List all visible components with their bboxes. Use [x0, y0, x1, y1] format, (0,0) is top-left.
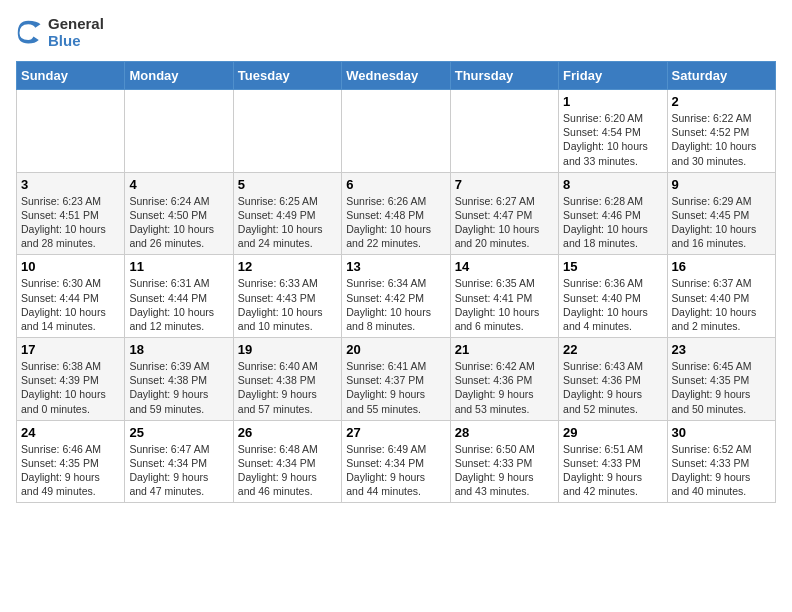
calendar-cell: 10Sunrise: 6:30 AM Sunset: 4:44 PM Dayli…: [17, 255, 125, 338]
day-number: 17: [21, 342, 120, 357]
day-info: Sunrise: 6:38 AM Sunset: 4:39 PM Dayligh…: [21, 359, 120, 416]
day-info: Sunrise: 6:28 AM Sunset: 4:46 PM Dayligh…: [563, 194, 662, 251]
day-header-saturday: Saturday: [667, 62, 775, 90]
day-number: 7: [455, 177, 554, 192]
logo-icon: [16, 19, 44, 47]
day-number: 19: [238, 342, 337, 357]
day-number: 11: [129, 259, 228, 274]
day-info: Sunrise: 6:43 AM Sunset: 4:36 PM Dayligh…: [563, 359, 662, 416]
day-info: Sunrise: 6:31 AM Sunset: 4:44 PM Dayligh…: [129, 276, 228, 333]
calendar-cell: 27Sunrise: 6:49 AM Sunset: 4:34 PM Dayli…: [342, 420, 450, 503]
day-number: 27: [346, 425, 445, 440]
day-number: 29: [563, 425, 662, 440]
day-info: Sunrise: 6:27 AM Sunset: 4:47 PM Dayligh…: [455, 194, 554, 251]
calendar-cell: 28Sunrise: 6:50 AM Sunset: 4:33 PM Dayli…: [450, 420, 558, 503]
day-info: Sunrise: 6:37 AM Sunset: 4:40 PM Dayligh…: [672, 276, 771, 333]
calendar-cell: 15Sunrise: 6:36 AM Sunset: 4:40 PM Dayli…: [559, 255, 667, 338]
day-info: Sunrise: 6:41 AM Sunset: 4:37 PM Dayligh…: [346, 359, 445, 416]
day-number: 30: [672, 425, 771, 440]
calendar-cell: 29Sunrise: 6:51 AM Sunset: 4:33 PM Dayli…: [559, 420, 667, 503]
day-header-tuesday: Tuesday: [233, 62, 341, 90]
day-number: 4: [129, 177, 228, 192]
day-header-wednesday: Wednesday: [342, 62, 450, 90]
day-number: 23: [672, 342, 771, 357]
calendar-cell: [233, 90, 341, 173]
calendar-cell: 13Sunrise: 6:34 AM Sunset: 4:42 PM Dayli…: [342, 255, 450, 338]
day-info: Sunrise: 6:30 AM Sunset: 4:44 PM Dayligh…: [21, 276, 120, 333]
day-info: Sunrise: 6:40 AM Sunset: 4:38 PM Dayligh…: [238, 359, 337, 416]
calendar-cell: 9Sunrise: 6:29 AM Sunset: 4:45 PM Daylig…: [667, 172, 775, 255]
day-number: 20: [346, 342, 445, 357]
calendar-cell: 24Sunrise: 6:46 AM Sunset: 4:35 PM Dayli…: [17, 420, 125, 503]
day-number: 24: [21, 425, 120, 440]
day-info: Sunrise: 6:50 AM Sunset: 4:33 PM Dayligh…: [455, 442, 554, 499]
day-info: Sunrise: 6:51 AM Sunset: 4:33 PM Dayligh…: [563, 442, 662, 499]
day-header-friday: Friday: [559, 62, 667, 90]
calendar-header-row: SundayMondayTuesdayWednesdayThursdayFrid…: [17, 62, 776, 90]
calendar-cell: 1Sunrise: 6:20 AM Sunset: 4:54 PM Daylig…: [559, 90, 667, 173]
day-info: Sunrise: 6:45 AM Sunset: 4:35 PM Dayligh…: [672, 359, 771, 416]
day-number: 6: [346, 177, 445, 192]
calendar-cell: 4Sunrise: 6:24 AM Sunset: 4:50 PM Daylig…: [125, 172, 233, 255]
day-info: Sunrise: 6:33 AM Sunset: 4:43 PM Dayligh…: [238, 276, 337, 333]
logo-text: General Blue: [48, 16, 104, 49]
calendar-cell: 23Sunrise: 6:45 AM Sunset: 4:35 PM Dayli…: [667, 338, 775, 421]
calendar-week-1: 3Sunrise: 6:23 AM Sunset: 4:51 PM Daylig…: [17, 172, 776, 255]
day-info: Sunrise: 6:35 AM Sunset: 4:41 PM Dayligh…: [455, 276, 554, 333]
calendar-cell: [17, 90, 125, 173]
day-info: Sunrise: 6:25 AM Sunset: 4:49 PM Dayligh…: [238, 194, 337, 251]
calendar-cell: 8Sunrise: 6:28 AM Sunset: 4:46 PM Daylig…: [559, 172, 667, 255]
calendar-cell: 21Sunrise: 6:42 AM Sunset: 4:36 PM Dayli…: [450, 338, 558, 421]
calendar-cell: 30Sunrise: 6:52 AM Sunset: 4:33 PM Dayli…: [667, 420, 775, 503]
calendar-cell: [342, 90, 450, 173]
day-number: 12: [238, 259, 337, 274]
day-info: Sunrise: 6:46 AM Sunset: 4:35 PM Dayligh…: [21, 442, 120, 499]
calendar-cell: 16Sunrise: 6:37 AM Sunset: 4:40 PM Dayli…: [667, 255, 775, 338]
day-number: 21: [455, 342, 554, 357]
calendar-cell: 5Sunrise: 6:25 AM Sunset: 4:49 PM Daylig…: [233, 172, 341, 255]
calendar-cell: [125, 90, 233, 173]
calendar-cell: 6Sunrise: 6:26 AM Sunset: 4:48 PM Daylig…: [342, 172, 450, 255]
day-number: 28: [455, 425, 554, 440]
day-info: Sunrise: 6:48 AM Sunset: 4:34 PM Dayligh…: [238, 442, 337, 499]
day-header-monday: Monday: [125, 62, 233, 90]
calendar-cell: 14Sunrise: 6:35 AM Sunset: 4:41 PM Dayli…: [450, 255, 558, 338]
calendar-cell: 3Sunrise: 6:23 AM Sunset: 4:51 PM Daylig…: [17, 172, 125, 255]
calendar-cell: 11Sunrise: 6:31 AM Sunset: 4:44 PM Dayli…: [125, 255, 233, 338]
calendar-table: SundayMondayTuesdayWednesdayThursdayFrid…: [16, 61, 776, 503]
calendar-week-3: 17Sunrise: 6:38 AM Sunset: 4:39 PM Dayli…: [17, 338, 776, 421]
page-header: General Blue: [16, 16, 776, 49]
calendar-cell: 25Sunrise: 6:47 AM Sunset: 4:34 PM Dayli…: [125, 420, 233, 503]
day-info: Sunrise: 6:24 AM Sunset: 4:50 PM Dayligh…: [129, 194, 228, 251]
calendar-cell: [450, 90, 558, 173]
calendar-cell: 26Sunrise: 6:48 AM Sunset: 4:34 PM Dayli…: [233, 420, 341, 503]
day-number: 26: [238, 425, 337, 440]
calendar-week-2: 10Sunrise: 6:30 AM Sunset: 4:44 PM Dayli…: [17, 255, 776, 338]
calendar-cell: 20Sunrise: 6:41 AM Sunset: 4:37 PM Dayli…: [342, 338, 450, 421]
day-info: Sunrise: 6:49 AM Sunset: 4:34 PM Dayligh…: [346, 442, 445, 499]
day-info: Sunrise: 6:29 AM Sunset: 4:45 PM Dayligh…: [672, 194, 771, 251]
calendar-cell: 18Sunrise: 6:39 AM Sunset: 4:38 PM Dayli…: [125, 338, 233, 421]
day-header-sunday: Sunday: [17, 62, 125, 90]
calendar-cell: 19Sunrise: 6:40 AM Sunset: 4:38 PM Dayli…: [233, 338, 341, 421]
day-number: 8: [563, 177, 662, 192]
calendar-week-4: 24Sunrise: 6:46 AM Sunset: 4:35 PM Dayli…: [17, 420, 776, 503]
day-info: Sunrise: 6:26 AM Sunset: 4:48 PM Dayligh…: [346, 194, 445, 251]
day-number: 18: [129, 342, 228, 357]
day-info: Sunrise: 6:20 AM Sunset: 4:54 PM Dayligh…: [563, 111, 662, 168]
day-info: Sunrise: 6:23 AM Sunset: 4:51 PM Dayligh…: [21, 194, 120, 251]
day-number: 9: [672, 177, 771, 192]
day-header-thursday: Thursday: [450, 62, 558, 90]
logo: General Blue: [16, 16, 104, 49]
day-info: Sunrise: 6:52 AM Sunset: 4:33 PM Dayligh…: [672, 442, 771, 499]
day-number: 15: [563, 259, 662, 274]
day-number: 10: [21, 259, 120, 274]
day-number: 5: [238, 177, 337, 192]
calendar-cell: 17Sunrise: 6:38 AM Sunset: 4:39 PM Dayli…: [17, 338, 125, 421]
day-number: 1: [563, 94, 662, 109]
day-info: Sunrise: 6:34 AM Sunset: 4:42 PM Dayligh…: [346, 276, 445, 333]
day-number: 2: [672, 94, 771, 109]
calendar-cell: 12Sunrise: 6:33 AM Sunset: 4:43 PM Dayli…: [233, 255, 341, 338]
day-number: 16: [672, 259, 771, 274]
day-info: Sunrise: 6:47 AM Sunset: 4:34 PM Dayligh…: [129, 442, 228, 499]
